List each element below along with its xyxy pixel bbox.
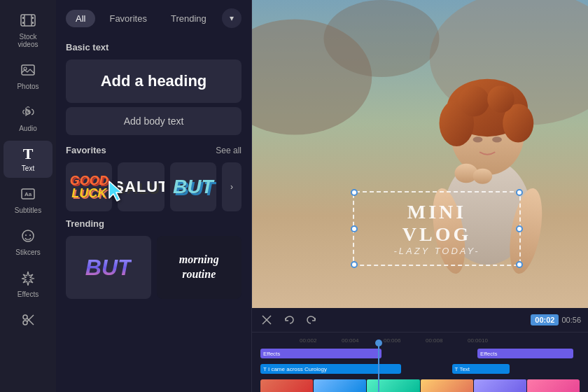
- but-purple-text: BUT: [85, 255, 132, 281]
- svg-point-8: [24, 67, 27, 70]
- but-purple-style[interactable]: BUT: [66, 236, 151, 299]
- svg-rect-6: [32, 22, 34, 24]
- text-clip-2[interactable]: T Text: [452, 364, 510, 374]
- scissors-icon: [20, 312, 36, 330]
- sidebar-item-photos[interactable]: Photos: [4, 57, 52, 96]
- svg-point-32: [473, 136, 483, 142]
- total-time: 00:56: [561, 316, 581, 324]
- stickers-icon: [20, 228, 36, 246]
- trending-section-title: Trending: [66, 218, 241, 229]
- svg-point-33: [492, 136, 502, 142]
- text-panel: All Favorites Trending ▾ Basic text Add …: [56, 0, 252, 392]
- salut-style[interactable]: SALUT: [118, 162, 164, 211]
- svg-rect-5: [22, 22, 24, 24]
- cut-icon[interactable]: [259, 312, 274, 328]
- mini-vlog-subtitle: -LAZY TODAY-: [371, 246, 503, 256]
- undo-icon[interactable]: [281, 312, 297, 328]
- audio-icon: [20, 104, 36, 122]
- text-clip-2-label: T Text: [455, 366, 470, 372]
- timeline: 00:02 00:56 00:002 00:004 00:006 00:008 …: [252, 308, 588, 392]
- sidebar-item-label: Stikcers: [15, 248, 41, 256]
- but-blue-text: BUT: [173, 176, 214, 198]
- effects-track: Effects Effects: [258, 347, 582, 361]
- favorites-row: GOOD LUCK SALUT BUT ›: [66, 162, 241, 211]
- main-area: MINI VLOG -LAZY TODAY-: [252, 0, 588, 392]
- selection-handle-tr[interactable]: [516, 189, 523, 196]
- svg-rect-3: [22, 17, 24, 19]
- current-time: 00:02: [531, 314, 559, 326]
- sidebar-item-stock-videos[interactable]: Stock videos: [4, 7, 52, 54]
- main-track-content[interactable]: [260, 379, 580, 392]
- selection-handle-ml[interactable]: [351, 225, 358, 232]
- filter-trending-button[interactable]: Trending: [161, 10, 216, 27]
- filter-all-button[interactable]: All: [66, 10, 95, 27]
- good-luck-style[interactable]: GOOD LUCK: [66, 162, 112, 211]
- svg-rect-7: [22, 65, 34, 75]
- more-favorites-button[interactable]: ›: [222, 162, 241, 211]
- sidebar-item-text[interactable]: T Text: [4, 141, 52, 178]
- chevron-down-icon: ▾: [230, 13, 234, 23]
- canvas-area[interactable]: MINI VLOG -LAZY TODAY-: [252, 0, 588, 308]
- sidebar-item-subtitles[interactable]: Aa Subtitles: [4, 181, 52, 220]
- effects-clip-1[interactable]: Effects: [260, 349, 382, 358]
- morning-routine-text: morningroutine: [179, 253, 219, 282]
- filter-favorites-button[interactable]: Favorites: [99, 10, 156, 27]
- svg-line-18: [27, 318, 34, 326]
- sidebar-item-label: Subtitles: [15, 206, 41, 214]
- text-icon: T: [23, 146, 34, 162]
- svg-rect-0: [21, 15, 35, 26]
- text-track: T I came across Curology T Text: [258, 363, 582, 377]
- text-track-content[interactable]: T I came across Curology T Text: [260, 364, 580, 375]
- morning-routine-style[interactable]: morningroutine: [157, 236, 242, 299]
- basic-text-section-title: Basic text: [66, 42, 241, 52]
- main-track: [258, 378, 582, 392]
- but-blue-style[interactable]: BUT: [170, 162, 216, 211]
- filter-dropdown-button[interactable]: ▾: [222, 8, 241, 28]
- svg-point-14: [25, 234, 27, 236]
- svg-line-19: [27, 315, 34, 322]
- effects-clip-2[interactable]: Effects: [477, 349, 573, 358]
- selection-handle-br[interactable]: [516, 261, 523, 268]
- panel-content: Basic text Add a heading Add body text F…: [56, 36, 251, 392]
- text-overlay[interactable]: MINI VLOG -LAZY TODAY-: [353, 191, 521, 266]
- sidebar-item-label: Photos: [17, 83, 38, 90]
- timeline-time: 00:02 00:56: [531, 314, 581, 326]
- sidebar-item-effects[interactable]: Effects: [4, 265, 52, 304]
- sidebar-item-stickers[interactable]: Stikcers: [4, 223, 52, 262]
- photos-icon: [20, 62, 36, 80]
- timeline-tracks[interactable]: 00:002 00:004 00:006 00:008 00:0010 Effe…: [252, 332, 588, 392]
- subtitles-icon: Aa: [20, 186, 36, 204]
- sidebar-item-label: Stock videos: [18, 33, 38, 48]
- sidebar-item-audio[interactable]: Audio: [4, 99, 52, 138]
- effects-track-content[interactable]: Effects Effects: [260, 349, 580, 360]
- add-heading-button[interactable]: Add a heading: [66, 59, 241, 103]
- chevron-right-icon: ›: [230, 182, 233, 192]
- selection-handle-mr[interactable]: [516, 225, 523, 232]
- svg-point-10: [27, 111, 29, 113]
- svg-point-23: [324, 0, 440, 77]
- add-body-button[interactable]: Add body text: [66, 107, 241, 135]
- sidebar-item-label: Effects: [18, 290, 38, 298]
- svg-point-37: [473, 169, 493, 184]
- favorites-section-title: Favorites: [66, 145, 106, 155]
- svg-point-31: [487, 85, 514, 113]
- sidebar-item-label: Audio: [19, 125, 37, 132]
- trending-row: BUT morningroutine: [66, 236, 241, 299]
- salut-text: SALUT: [118, 178, 164, 196]
- svg-text:Aa: Aa: [24, 191, 32, 197]
- effects-icon: [20, 270, 36, 288]
- svg-point-30: [458, 85, 489, 116]
- see-all-button[interactable]: See all: [216, 146, 241, 155]
- selection-handle-tl[interactable]: [351, 189, 358, 196]
- good-text: GOOD: [70, 174, 108, 187]
- timeline-controls: 00:02 00:56: [252, 308, 588, 332]
- sidebar-item-label: Text: [22, 164, 34, 172]
- film-icon: [20, 13, 36, 30]
- selection-handle-bl[interactable]: [351, 261, 358, 268]
- effects-clip-1-label: Effects: [263, 351, 280, 357]
- text-clip-1[interactable]: T I came across Curology: [260, 364, 401, 374]
- mini-vlog-title: MINI VLOG: [371, 201, 503, 246]
- sidebar-item-more[interactable]: [4, 307, 52, 335]
- favorites-section-header: Favorites See all: [66, 145, 241, 155]
- redo-icon[interactable]: [304, 312, 319, 328]
